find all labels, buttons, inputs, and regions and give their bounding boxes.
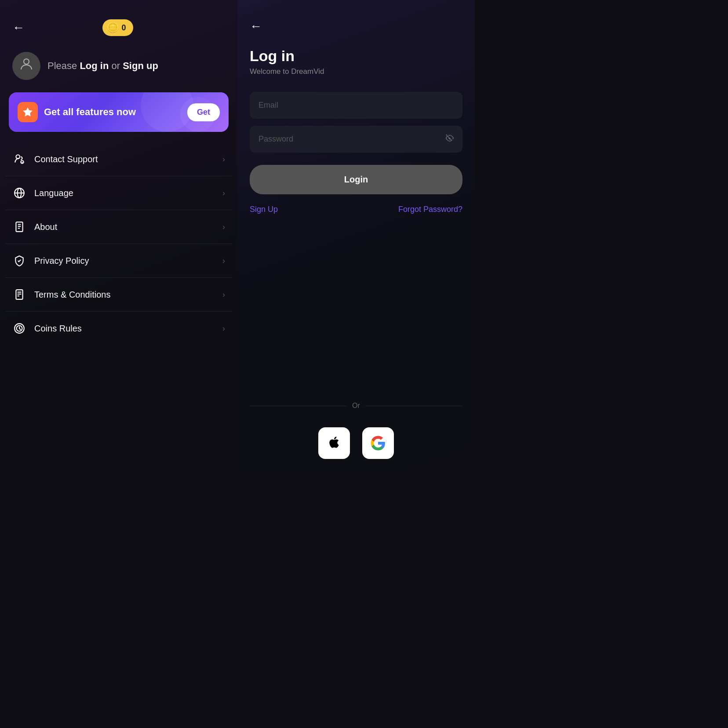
coins-rules-icon [12, 321, 26, 335]
login-title: Log in [250, 47, 462, 65]
menu-label-privacy-policy: Privacy Policy [34, 256, 215, 266]
menu-item-contact-support[interactable]: Contact Support › [5, 142, 232, 176]
avatar [12, 52, 40, 80]
chevron-icon-language: › [222, 189, 225, 198]
forgot-password-link[interactable]: Forgot Password? [398, 205, 462, 214]
chevron-icon-about: › [222, 222, 225, 232]
password-input[interactable] [250, 126, 462, 153]
back-button-right[interactable]: ← [250, 19, 262, 33]
menu-label-about: About [34, 222, 215, 232]
menu-label-coins-rules: Coins Rules [34, 324, 215, 334]
promo-gem-icon [18, 102, 38, 122]
menu-item-coins-rules[interactable]: Coins Rules › [5, 312, 232, 345]
user-row: Please Log in or Sign up [0, 43, 237, 89]
right-panel: ← Log in Welcome to DreamVid Login Sign … [237, 0, 475, 475]
social-buttons [237, 427, 475, 459]
support-icon [12, 152, 26, 166]
avatar-icon [18, 56, 34, 76]
auth-links: Sign Up Forgot Password? [250, 205, 462, 214]
coin-icon: 🪙 [107, 22, 119, 33]
menu-item-language[interactable]: Language › [5, 176, 232, 210]
password-wrapper [250, 126, 462, 153]
user-prompt: Please Log in or Sign up [47, 60, 158, 72]
signup-link[interactable]: Sign Up [250, 205, 278, 214]
promo-text: Get all features now [44, 106, 181, 118]
left-header: ← 🪙 0 [0, 0, 237, 43]
right-header: ← [250, 19, 462, 33]
or-divider: Or [250, 402, 462, 410]
privacy-icon [12, 254, 26, 268]
left-panel: ← 🪙 0 Please Log in or Sign up Get all f… [0, 0, 237, 475]
back-button-left[interactable]: ← [12, 22, 25, 34]
menu-label-language: Language [34, 188, 215, 198]
language-icon [12, 186, 26, 200]
email-input[interactable] [250, 92, 462, 119]
or-text: Or [352, 402, 360, 410]
menu-item-privacy-policy[interactable]: Privacy Policy › [5, 244, 232, 278]
menu-list: Contact Support › Language › About › Pri… [0, 142, 237, 475]
google-icon [370, 435, 386, 451]
menu-label-contact-support: Contact Support [34, 154, 215, 164]
apple-icon [327, 435, 342, 452]
eye-toggle-icon[interactable] [445, 133, 455, 145]
login-button[interactable]: Login [250, 165, 462, 194]
menu-item-about[interactable]: About › [5, 210, 232, 244]
terms-icon [12, 288, 26, 302]
promo-get-button[interactable]: Get [187, 103, 220, 121]
chevron-icon-privacy-policy: › [222, 256, 225, 266]
google-signin-button[interactable] [362, 427, 394, 459]
or-line-left [250, 406, 347, 406]
chevron-icon-terms-conditions: › [222, 290, 225, 299]
chevron-icon-coins-rules: › [222, 324, 225, 333]
apple-signin-button[interactable] [318, 427, 350, 459]
coins-badge: 🪙 0 [102, 19, 133, 36]
chevron-icon-contact-support: › [222, 155, 225, 164]
coins-count: 0 [121, 23, 126, 33]
or-line-right [365, 406, 462, 406]
login-subtitle: Welcome to DreamVid [250, 67, 462, 76]
menu-item-terms-conditions[interactable]: Terms & Conditions › [5, 278, 232, 312]
menu-label-terms-conditions: Terms & Conditions [34, 290, 215, 300]
promo-banner[interactable]: Get all features now Get [9, 92, 229, 132]
about-icon [12, 220, 26, 234]
svg-point-0 [24, 59, 29, 64]
